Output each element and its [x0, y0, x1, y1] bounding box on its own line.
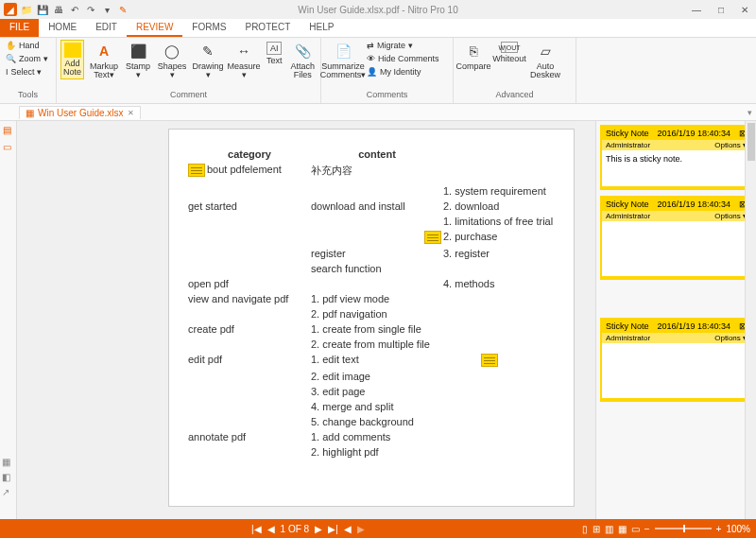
tab-file[interactable]: FILE: [0, 19, 39, 37]
my-identity-button[interactable]: 👤My Identity: [365, 66, 441, 78]
whiteout-icon: W|OUT: [501, 42, 518, 53]
vertical-scrollbar[interactable]: [745, 121, 756, 519]
zoom-slider[interactable]: [655, 528, 712, 529]
sticky-title: Sticky Note: [606, 129, 649, 138]
hand-icon: ✋: [6, 41, 16, 50]
nav-back-button[interactable]: ◀: [344, 524, 352, 534]
nav-fwd-button[interactable]: ▶: [357, 524, 365, 534]
bookmarks-panel-icon[interactable]: ▭: [3, 142, 14, 153]
tab-protect[interactable]: PROTECT: [235, 19, 300, 37]
shapes-icon: ◯: [163, 42, 181, 61]
view-mode-5-icon[interactable]: ▭: [631, 524, 640, 534]
sticky-timestamp: 2016/1/19 18:40:34: [657, 321, 730, 331]
hand-tool[interactable]: ✋Hand: [4, 40, 50, 51]
page-area[interactable]: categorycontent bout pdfelement补充内容 1. s…: [17, 121, 595, 519]
migrate-icon: ⇄: [367, 41, 374, 50]
print-icon[interactable]: 🖶: [52, 3, 65, 16]
tab-dropdown-icon[interactable]: ▾: [747, 108, 752, 117]
measure-icon: ↔: [234, 42, 253, 61]
last-page-button[interactable]: ▶|: [328, 524, 338, 534]
minimize-button[interactable]: —: [688, 5, 705, 15]
pdf-page: categorycontent bout pdfelement补充内容 1. s…: [168, 129, 575, 507]
compare-icon: ⎘: [464, 42, 483, 61]
zoom-out-button[interactable]: −: [644, 524, 650, 534]
hide-comments-button[interactable]: 👁Hide Comments: [365, 53, 441, 64]
save-icon[interactable]: 💾: [36, 3, 49, 16]
shapes-button[interactable]: ◯Shapes ▾: [156, 40, 188, 81]
sticky-options[interactable]: Options ▾: [714, 334, 747, 342]
maximize-button[interactable]: □: [714, 5, 728, 15]
qat-more-icon[interactable]: ▾: [100, 3, 113, 16]
sticky-title: Sticky Note: [606, 200, 649, 209]
measure-button[interactable]: ↔Measure ▾: [228, 40, 260, 81]
sticky-note-card[interactable]: Sticky Note2016/1/19 18:40:34⊠ Administr…: [600, 318, 752, 402]
sticky-note-icon[interactable]: [481, 354, 498, 367]
tab-forms[interactable]: FORMS: [182, 19, 235, 37]
text-button[interactable]: AIText: [264, 40, 284, 67]
sticky-timestamp: 2016/1/19 18:40:34: [657, 129, 730, 138]
open-icon[interactable]: 📁: [20, 3, 33, 16]
rail-icon-3[interactable]: ↗: [2, 487, 13, 498]
document-tab-bar: ▦ Win User Guide.xlsx ✕ ▾: [0, 104, 756, 121]
close-button[interactable]: ✕: [737, 5, 752, 15]
doc-close-icon[interactable]: ✕: [128, 109, 134, 117]
sticky-options[interactable]: Options ▾: [714, 141, 747, 149]
compare-button[interactable]: ⎘Compare: [457, 40, 490, 73]
view-mode-4-icon[interactable]: ▦: [618, 524, 627, 534]
sticky-author: Administrator: [606, 334, 650, 342]
rail-icon-2[interactable]: ◧: [2, 472, 13, 483]
view-mode-2-icon[interactable]: ⊞: [593, 524, 600, 534]
select-icon: I: [6, 67, 9, 77]
auto-deskew-button[interactable]: ▱Auto Deskew: [529, 40, 561, 81]
sticky-note-card[interactable]: Sticky Note2016/1/19 18:40:34⊠ Administr…: [600, 196, 752, 280]
sticky-body[interactable]: This is a sticky note.: [602, 150, 750, 188]
migrate-button[interactable]: ⇄Migrate ▾: [365, 40, 441, 51]
first-page-button[interactable]: |◀: [251, 524, 262, 534]
comments-panel: Sticky Note2016/1/19 18:40:34⊠ Administr…: [595, 121, 756, 519]
pages-panel-icon[interactable]: ▤: [3, 125, 14, 136]
rail-icon-1[interactable]: ▦: [2, 457, 13, 468]
sticky-timestamp: 2016/1/19 18:40:34: [657, 200, 730, 209]
whiteout-button[interactable]: W|OUTWhiteout: [493, 40, 525, 65]
titlebar: ◢ 📁 💾 🖶 ↶ ↷ ▾ ✎ Win User Guide.xlsx.pdf …: [0, 0, 756, 19]
sticky-note-card[interactable]: Sticky Note2016/1/19 18:40:34⊠ Administr…: [600, 125, 752, 190]
summarize-comments-button[interactable]: 📄Summarize Comments▾: [325, 40, 361, 81]
sticky-note-icon[interactable]: [188, 164, 205, 177]
markup-text-button[interactable]: AMarkup Text▾: [88, 40, 120, 81]
add-note-button[interactable]: Add Note: [60, 40, 84, 79]
col-header-category: category: [188, 148, 311, 160]
zoom-icon: 🔍: [6, 54, 16, 63]
sticky-title: Sticky Note: [606, 321, 649, 331]
view-mode-3-icon[interactable]: ▥: [605, 524, 613, 534]
sticky-body[interactable]: [602, 221, 750, 278]
tab-home[interactable]: HOME: [39, 19, 86, 37]
prev-page-button[interactable]: ◀: [267, 524, 275, 534]
document-tab[interactable]: ▦ Win User Guide.xlsx ✕: [19, 106, 141, 119]
text-icon: AI: [266, 42, 282, 55]
view-mode-1-icon[interactable]: ▯: [582, 524, 588, 534]
drawing-button[interactable]: ✎Drawing ▾: [192, 40, 224, 81]
zoom-in-button[interactable]: +: [716, 524, 722, 534]
status-bar: |◀ ◀ 1 OF 8 ▶ ▶| ◀ ▶ ▯ ⊞ ▥ ▦ ▭ − + 100%: [0, 519, 756, 538]
tab-help[interactable]: HELP: [300, 19, 343, 37]
zoom-tool[interactable]: 🔍Zoom ▾: [4, 53, 50, 64]
sticky-options[interactable]: Options ▾: [714, 212, 747, 220]
doc-name: Win User Guide.xlsx: [38, 108, 124, 118]
group-comments: Comments: [325, 90, 449, 101]
window-title: Win User Guide.xlsx.pdf - Nitro Pro 10: [298, 5, 458, 15]
group-comment: Comment: [60, 90, 317, 101]
redo-icon[interactable]: ↷: [84, 3, 97, 16]
undo-icon[interactable]: ↶: [68, 3, 81, 16]
qat-extra-icon[interactable]: ✎: [116, 3, 129, 16]
sticky-body[interactable]: [602, 343, 750, 400]
ribbon: ✋Hand 🔍Zoom ▾ ISelect ▾ Tools Add Note A…: [0, 38, 756, 104]
sticky-note-icon[interactable]: [424, 231, 441, 244]
tab-review[interactable]: REVIEW: [127, 19, 182, 37]
select-tool[interactable]: ISelect ▾: [4, 66, 50, 78]
stamp-button[interactable]: ⬛Stamp ▾: [124, 40, 152, 81]
tab-edit[interactable]: EDIT: [86, 19, 127, 37]
sticky-author: Administrator: [606, 141, 650, 149]
next-page-button[interactable]: ▶: [315, 524, 322, 534]
workspace: ▤ ▭ ▦ ◧ ↗ categorycontent bout pdfelemen…: [0, 121, 756, 519]
attach-files-button[interactable]: 📎Attach Files: [288, 40, 317, 81]
